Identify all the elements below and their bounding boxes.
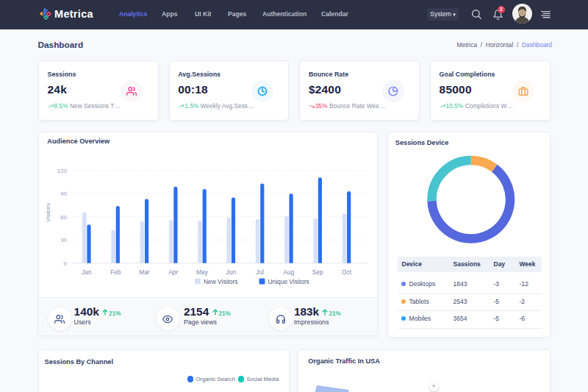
svg-text:Aug: Aug [283, 268, 294, 275]
svg-text:Oct: Oct [342, 268, 352, 275]
svg-text:May: May [196, 268, 209, 275]
svg-text:Mar: Mar [139, 268, 150, 275]
svg-text:Jul: Jul [256, 268, 264, 275]
svg-text:Sep: Sep [312, 268, 323, 275]
svg-text:Jan: Jan [82, 268, 92, 275]
svg-text:0: 0 [63, 260, 67, 266]
svg-text:120: 120 [57, 167, 67, 174]
svg-text:Visitors: Visitors [45, 203, 51, 222]
svg-text:Unique Visitors: Unique Visitors [268, 277, 309, 285]
svg-text:Feb: Feb [110, 268, 121, 275]
svg-text:30: 30 [60, 237, 67, 243]
svg-text:Jun: Jun [226, 268, 236, 275]
svg-text:60: 60 [60, 213, 67, 220]
svg-text:90: 90 [60, 190, 67, 197]
svg-text:Apr: Apr [168, 268, 178, 275]
svg-text:New Visitors: New Visitors [204, 277, 237, 285]
